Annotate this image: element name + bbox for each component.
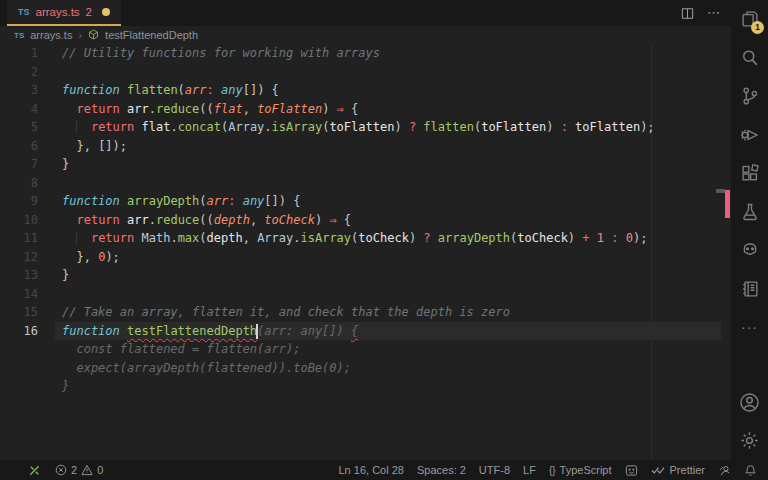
code-line[interactable]: 1// Utility functions for working with a… <box>0 44 731 63</box>
code-token: 1 <box>597 231 604 245</box>
code-line[interactable]: 7} <box>0 155 731 174</box>
code-line[interactable]: 10 return arr.reduce((depth, toCheck) ⇒ … <box>0 211 731 230</box>
code-token: } <box>62 268 69 282</box>
tab-arrays-ts[interactable]: TS arrays.ts 2 <box>7 0 121 26</box>
code-token: function <box>62 194 127 208</box>
settings-gear-icon[interactable] <box>731 422 768 461</box>
copilot-status-icon[interactable] <box>718 464 731 477</box>
code-token: Math <box>141 231 170 245</box>
notebook-icon[interactable] <box>731 270 768 309</box>
testing-beaker-icon[interactable] <box>731 193 768 232</box>
breadcrumb-symbol[interactable]: testFlattenedDepth <box>105 29 198 41</box>
code-token: toFlatten <box>329 120 394 134</box>
code-token: : <box>561 120 568 134</box>
line-number: 14 <box>0 285 38 304</box>
code-token: { <box>337 213 351 227</box>
code-token <box>62 213 76 227</box>
tab-problem-count: 2 <box>86 6 92 18</box>
run-debug-icon[interactable] <box>731 116 768 155</box>
code-token: return <box>91 231 142 245</box>
code-token: ); <box>105 250 119 264</box>
status-bar: 2 0 Ln 16, Col 28 Spaces: 2 UTF-8 LF {} … <box>0 460 768 480</box>
code-token: []) { <box>243 83 279 97</box>
overview-cursor-mark <box>716 189 725 193</box>
code-token: flatten <box>127 83 178 97</box>
code-token <box>62 139 76 153</box>
more-actions-icon[interactable]: ⋯ <box>707 0 721 26</box>
code-token: toFlatten <box>257 102 322 116</box>
code-line[interactable]: 3function flatten(arr: any[]) { <box>0 81 731 100</box>
remote-status-icon[interactable] <box>28 464 41 477</box>
modified-dot-icon[interactable] <box>102 8 110 16</box>
indentation[interactable]: Spaces: 2 <box>417 464 466 476</box>
account-icon[interactable] <box>731 383 768 422</box>
code-token: ( <box>199 194 206 208</box>
problems-indicator[interactable]: 2 0 <box>55 464 103 476</box>
code-line[interactable]: 6 }, []); <box>0 137 731 156</box>
language-mode[interactable]: {} TypeScript <box>549 464 612 476</box>
code-line[interactable]: } <box>0 377 731 396</box>
extensions-icon[interactable] <box>731 154 768 193</box>
editor-actions: ⋯ <box>680 0 721 26</box>
line-number: 13 <box>0 266 38 285</box>
code-token: 0 <box>626 231 633 245</box>
warning-count: 0 <box>97 464 103 476</box>
more-views-icon[interactable]: ··· <box>731 308 768 347</box>
code-token <box>62 120 76 134</box>
code-line[interactable]: 14 <box>0 285 731 304</box>
code-line[interactable]: 11 return Math.max(depth, Array.isArray(… <box>0 229 731 248</box>
code-line[interactable]: 12 }, 0); <box>0 248 731 267</box>
code-token: ? <box>423 231 430 245</box>
code-line[interactable]: 2 <box>0 63 731 82</box>
cursor-position[interactable]: Ln 16, Col 28 <box>339 464 404 476</box>
code-token: . <box>170 231 177 245</box>
editor-group: TS arrays.ts 2 ⋯ TS arrays.ts › <box>0 0 731 460</box>
code-token: reduce <box>156 102 199 116</box>
encoding[interactable]: UTF-8 <box>479 464 510 476</box>
search-icon[interactable] <box>731 39 768 78</box>
line-number: 10 <box>0 211 38 230</box>
code-line[interactable]: 16function testFlattenedDepth(arr: any[]… <box>0 322 731 341</box>
code-token: function <box>62 83 127 97</box>
feedback-smiley-icon[interactable] <box>625 464 638 477</box>
overview-error-mark <box>725 190 730 218</box>
explorer-icon[interactable]: 1 <box>731 0 768 39</box>
breadcrumb-file[interactable]: arrays.ts <box>30 29 72 41</box>
code-line[interactable]: 5 return flat.concat(Array.isArray(toFla… <box>0 118 731 137</box>
code-line[interactable]: 4 return arr.reduce((flat, toFlatten) ⇒ … <box>0 100 731 119</box>
line-number: 15 <box>0 303 38 322</box>
code-token: toCheck <box>264 213 315 227</box>
notifications-bell-icon[interactable] <box>744 464 757 477</box>
code-token <box>214 83 221 97</box>
formatter-status[interactable]: Prettier <box>651 464 705 476</box>
code-token: arr <box>127 102 149 116</box>
source-control-icon[interactable] <box>731 77 768 116</box>
tab-label: arrays.ts <box>36 6 80 18</box>
split-editor-icon[interactable] <box>680 6 695 21</box>
code-line[interactable]: 13} <box>0 266 731 285</box>
code-token: return <box>91 120 142 134</box>
copilot-icon[interactable] <box>731 231 768 270</box>
code-line[interactable]: 15// Take an array, flatten it, and chec… <box>0 303 731 322</box>
code-token: (( <box>199 102 213 116</box>
code-token: []) { <box>264 194 300 208</box>
typescript-file-icon: TS <box>18 7 30 17</box>
code-token <box>62 102 76 116</box>
line-number: 4 <box>0 100 38 119</box>
line-number: 11 <box>0 229 38 248</box>
code-token: ); <box>633 231 647 245</box>
code-token: flat <box>214 102 243 116</box>
code-line[interactable]: 9function arrayDepth(arr: any[]) { <box>0 192 731 211</box>
eol-sequence[interactable]: LF <box>523 464 536 476</box>
code-token: . <box>170 120 177 134</box>
code-line[interactable]: expect(arrayDepth(flattened)).toBe(0); <box>0 359 731 378</box>
status-left: 2 0 <box>0 464 103 477</box>
code-token: arrayDepth <box>127 194 199 208</box>
breadcrumb: TS arrays.ts › testFlattenedDepth <box>0 26 731 44</box>
status-right: Ln 16, Col 28 Spaces: 2 UTF-8 LF {} Type… <box>339 464 768 477</box>
code-line[interactable]: 8 <box>0 174 731 193</box>
code-line[interactable]: const flattened = flatten(arr); <box>0 340 731 359</box>
code-token: ) <box>315 213 329 227</box>
code-token: ); <box>640 120 654 134</box>
code-editor[interactable]: 1// Utility functions for working with a… <box>0 44 731 460</box>
